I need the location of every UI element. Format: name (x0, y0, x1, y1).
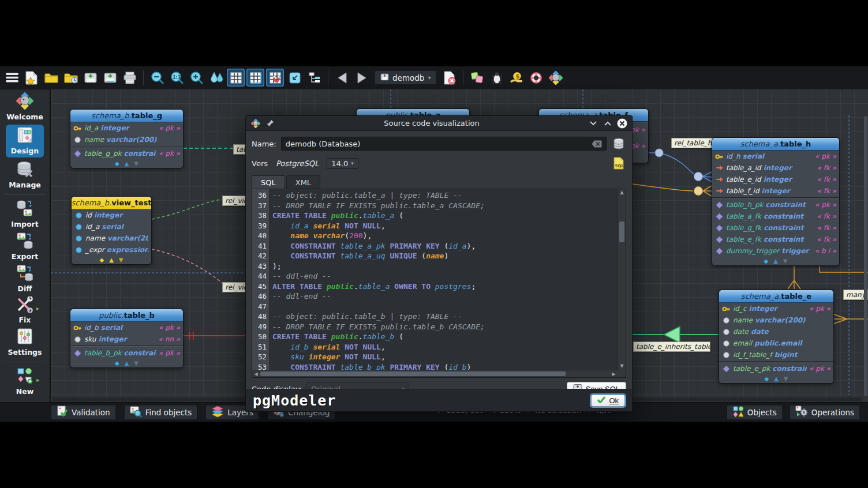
button-find-objects[interactable]: Find objects (124, 405, 198, 420)
version-selector[interactable]: 14.0 ▾ (327, 158, 358, 169)
diamond-icon[interactable]: ◆ (764, 376, 769, 382)
sidebar-item-welcome[interactable]: Welcome (6, 92, 43, 121)
show-grid-icon[interactable] (227, 69, 245, 87)
scroll-left-icon[interactable]: ◀ (252, 370, 260, 377)
tab-xml[interactable]: XML (286, 175, 320, 189)
table-header[interactable]: schema_a.table_e (719, 290, 833, 303)
recent-models-icon[interactable] (62, 69, 80, 87)
diamond-icon[interactable]: ◆ (115, 361, 119, 366)
sidebar-item-fix[interactable]: Fix▸ (16, 296, 33, 324)
scroll-down-icon[interactable]: ▼ (618, 363, 626, 370)
table-row[interactable]: table_g_fkconstraint« fk » (712, 222, 839, 234)
plugins-icon[interactable] (468, 69, 486, 87)
scroll-up-icon[interactable]: ▲ (618, 189, 626, 196)
close-model-icon[interactable] (440, 69, 458, 87)
table-row[interactable]: skuinteger« nn » (70, 333, 183, 345)
expand-icon[interactable]: ▲ (774, 376, 779, 382)
previous-model-icon[interactable] (333, 69, 351, 87)
button-validation[interactable]: Validation (51, 405, 116, 420)
button-operations[interactable]: Operations (790, 405, 860, 420)
button-objects[interactable]: Objects (727, 405, 783, 420)
table-row[interactable]: table_e_fkconstraint« fk » (712, 234, 839, 245)
expand-icon[interactable]: ▲ (125, 361, 129, 366)
ok-button[interactable]: Ok (591, 395, 625, 407)
relationship-label[interactable]: table_e_inherits_table_c (633, 341, 710, 352)
tab-sql[interactable]: SQL (252, 175, 285, 189)
table-row[interactable]: datedate (719, 326, 833, 337)
table-row[interactable]: dummy_triggertrigger« b i » (712, 245, 839, 257)
donate-icon[interactable]: $ (507, 69, 525, 87)
sidebar-item-manage[interactable]: Manage (9, 161, 41, 189)
view-view_test[interactable]: schema_b.view_testidintegerid_aserialnam… (71, 196, 152, 265)
sidebar-item-diff[interactable]: Diff (16, 264, 33, 293)
menu-icon[interactable] (3, 69, 21, 87)
sidebar-item-settings[interactable]: Settings (8, 328, 42, 356)
print-icon[interactable] (121, 69, 139, 87)
support-icon[interactable] (527, 69, 545, 87)
table-row[interactable]: idinteger (72, 209, 151, 221)
table-footer-icons[interactable]: ◆▲▼ (70, 159, 183, 168)
open-model-icon[interactable] (42, 69, 60, 87)
expand-icon[interactable]: ▲ (125, 161, 129, 167)
table-table_h[interactable]: schema_a.table_hid_hserial« pk »table_a_… (712, 137, 840, 266)
next-model-icon[interactable] (353, 69, 371, 87)
table-row[interactable]: table_a_fkconstraint« fk » (712, 211, 839, 222)
diamond-icon[interactable]: ◆ (764, 258, 768, 264)
table-header[interactable]: schema_b.view_test (72, 197, 151, 209)
chevron-up-icon[interactable] (603, 118, 613, 129)
code-horizontal-scrollbar[interactable]: ◀ ▶ (252, 370, 618, 377)
table-footer-icons[interactable]: ◆▲▼ (719, 374, 833, 383)
table-footer-icons[interactable]: ◆▲▼ (712, 257, 839, 265)
vscroll-thumb[interactable] (619, 222, 624, 242)
table-row[interactable]: namevarchar(200) (719, 314, 833, 326)
expand-icon[interactable]: ▲ (109, 257, 114, 263)
table-row[interactable]: id_cinteger« pk » (719, 303, 833, 314)
compact-view-icon[interactable] (286, 69, 304, 87)
table-table_b[interactable]: public.table_bid_bserial« pk »skuinteger… (70, 309, 184, 368)
clear-input-icon[interactable] (592, 140, 602, 148)
object-hierarchy-icon[interactable] (305, 69, 323, 87)
save-model-as-icon[interactable] (101, 69, 119, 87)
table-footer-icons[interactable]: ◆▲▼ (72, 256, 151, 264)
name-field[interactable]: demodb (Database) (281, 137, 607, 151)
canvas-vertical-scrollbar[interactable] (864, 116, 867, 396)
zoom-in-icon[interactable] (188, 69, 205, 87)
diamond-icon[interactable]: ◆ (115, 161, 119, 167)
bug-report-icon[interactable] (488, 69, 506, 87)
model-selector[interactable]: demodb▾ (375, 70, 436, 85)
relationship-label[interactable]: rel_table_h_ (671, 138, 715, 148)
table-row[interactable]: table_e_idinteger« fk » (712, 174, 839, 185)
pin-icon[interactable] (265, 118, 275, 129)
page-delimiters-icon[interactable] (246, 69, 264, 87)
save-model-icon[interactable] (81, 69, 99, 87)
table-footer-icons[interactable]: ◆▲▼ (70, 359, 183, 367)
sidebar-item-import[interactable]: Import (11, 200, 38, 228)
table-row[interactable]: id_bserial« pk » (70, 322, 183, 333)
table-row[interactable]: namevarchar(200) (72, 232, 151, 244)
sidebar-item-new[interactable]: New▸ (16, 367, 34, 396)
table-row[interactable]: _exprexpression (72, 244, 151, 256)
table-header[interactable]: schema_b.table_g (70, 110, 183, 122)
table-row[interactable]: table_b_pkconstraint« pk » (70, 347, 183, 359)
table-row[interactable]: table_g_pkconstraint« pk » (70, 148, 183, 159)
collapse-icon[interactable]: ▼ (119, 257, 124, 263)
table-header[interactable]: schema_a.table_h (712, 138, 839, 151)
chevron-down-icon[interactable] (588, 118, 598, 129)
table-header[interactable]: public.table_b (70, 309, 183, 322)
model-overview-icon[interactable] (207, 69, 225, 87)
table-table_e[interactable]: schema_a.table_eid_cinteger« pk »namevar… (719, 290, 834, 384)
sidebar-item-design[interactable]: Design (6, 125, 44, 157)
diamond-icon[interactable]: ◆ (99, 257, 104, 263)
table-row[interactable]: table_f_idinteger« fk » (712, 185, 839, 197)
new-model-icon[interactable] (23, 69, 40, 87)
table-row[interactable]: table_a_idinteger« fk » (712, 162, 839, 174)
close-icon[interactable] (617, 118, 627, 129)
collapse-icon[interactable]: ▼ (134, 361, 139, 366)
table-row[interactable]: table_e_pkconstraint« pk » (719, 363, 833, 374)
table-row[interactable]: namevarchar(200) (70, 134, 183, 145)
collapse-icon[interactable]: ▼ (784, 376, 788, 382)
table-row[interactable]: id_aserial (72, 221, 151, 232)
code-vertical-scrollbar[interactable]: ▲ ▼ (618, 189, 626, 370)
zoom-out-icon[interactable] (148, 69, 166, 87)
expand-icon[interactable]: ▲ (773, 258, 778, 264)
